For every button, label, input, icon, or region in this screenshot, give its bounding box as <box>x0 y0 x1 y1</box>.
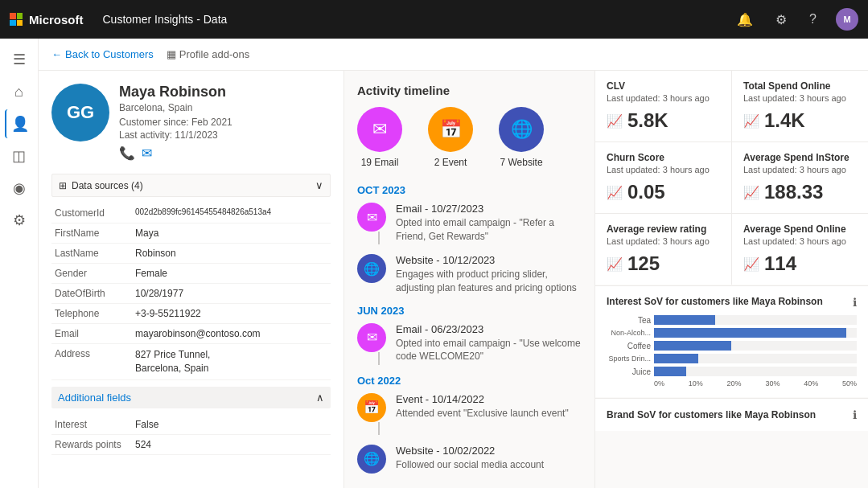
bar-label: Non-Alcoh... <box>607 329 651 337</box>
profile-addons-label: Profile add-ons <box>179 48 249 60</box>
field-value-link[interactable]: +3-9-55211922 <box>132 304 331 324</box>
email-action-icon[interactable]: ✉ <box>142 146 152 161</box>
field-value: 10/28/1977 <box>132 284 331 304</box>
brand-header: Brand SoV for customers like Maya Robins… <box>607 408 857 421</box>
bar-track <box>654 367 857 376</box>
metric-avg-spend-instore: Average Spend InStore Last updated: 3 ho… <box>732 142 868 213</box>
event-circle-icon: 📅 <box>428 107 473 152</box>
axis-label: 50% <box>842 379 857 388</box>
profile-last-activity: Last activity: 11/1/2023 <box>119 129 232 141</box>
metric-updated: Last updated: 3 hours ago <box>607 165 720 174</box>
timeline-item-title: Website - 10/02/2022 <box>396 445 582 457</box>
timeline-email-dot: ✉ <box>357 323 386 352</box>
table-row: Gender Female <box>51 264 331 284</box>
additional-fields-label: Additional fields <box>58 392 131 404</box>
field-key: Email <box>51 324 132 344</box>
nav-settings[interactable]: ⚙ <box>5 206 34 235</box>
interest-sov-section: Interest SoV for customers like Maya Rob… <box>595 285 868 397</box>
data-sources-header[interactable]: ⊞ Data sources (4) ∨ <box>51 174 331 197</box>
bar-row: Juice <box>607 367 857 376</box>
profile-addons-link[interactable]: ▦ Profile add-ons <box>167 48 249 60</box>
insights-header: Interest SoV for customers like Maya Rob… <box>607 296 857 309</box>
bar-track <box>654 341 857 351</box>
profile-info: Maya Robinson Barcelona, Spain Customer … <box>119 84 232 161</box>
email-circle-icon: ✉ <box>357 107 402 152</box>
metric-title: Average Spend InStore <box>743 152 857 163</box>
bar-row: Coffee <box>607 341 857 351</box>
bar-row: Tea <box>607 315 857 325</box>
breadcrumb: ← Back to Customers ▦ Profile add-ons <box>39 39 868 71</box>
table-row: Telephone +3-9-55211922 <box>51 304 331 324</box>
email-count-label: 19 Email <box>361 157 399 168</box>
metric-updated: Last updated: 3 hours ago <box>607 236 720 246</box>
field-value-link[interactable]: 827 Price Tunnel,Barcelona, Spain <box>132 344 331 380</box>
timeline-website-dot: 🌐 <box>357 254 386 283</box>
bar-label: Juice <box>607 367 651 376</box>
user-avatar[interactable]: M <box>836 8 858 31</box>
back-to-customers[interactable]: ← Back to Customers <box>51 48 154 60</box>
field-key: DateOfBirth <box>51 284 132 304</box>
additional-fields-header[interactable]: Additional fields ∧ <box>51 387 331 408</box>
trend-up-icon: 📈 <box>607 113 623 129</box>
timeline-content: Event - 10/14/2022 Attended event "Exclu… <box>396 393 582 420</box>
data-sources-chevron: ∨ <box>315 179 323 191</box>
help-icon[interactable]: ? <box>809 12 817 27</box>
nav-menu[interactable]: ☰ <box>5 45 34 74</box>
metric-title: Average Spend Online <box>743 223 857 235</box>
metric-number: 188.33 <box>764 181 823 203</box>
activity-website-summary: 🌐 7 Website <box>499 107 544 168</box>
timeline-section-oct2023: OCT 2023 ✉ Email - 10/27/2023 Opted into… <box>357 184 582 295</box>
brand-info-icon[interactable]: ℹ <box>853 408 857 421</box>
trend-up-icon: 📈 <box>607 185 623 200</box>
metric-clv: CLV Last updated: 3 hours ago 📈 5.8K <box>595 71 731 141</box>
table-row: Address 827 Price Tunnel,Barcelona, Spai… <box>51 344 331 380</box>
settings-icon[interactable]: ⚙ <box>775 12 787 27</box>
axis-label: 10% <box>689 379 703 388</box>
profile-addons-icon: ▦ <box>167 48 176 60</box>
nav-measures[interactable]: ◉ <box>5 174 34 203</box>
bar-fill <box>654 354 698 363</box>
trend-up-icon: 📈 <box>607 256 623 272</box>
left-nav: ☰ ⌂ 👤 ◫ ◉ ⚙ <box>0 39 39 488</box>
additional-field-table: Interest False Rewards points 524 <box>51 415 331 455</box>
bar-fill <box>654 328 846 338</box>
activity-email-summary: ✉ 19 Email <box>357 107 402 168</box>
field-key: Gender <box>51 264 132 284</box>
additional-fields-chevron: ∧ <box>316 392 324 404</box>
avatar: GG <box>51 84 109 141</box>
bar-label: Tea <box>607 316 651 325</box>
nav-segments[interactable]: ◫ <box>5 141 34 170</box>
field-value: 002d2b899fc96145455484826a513a4 <box>132 203 331 223</box>
interest-chart-title: Interest SoV for customers like Maya Rob… <box>607 296 823 307</box>
axis-label: 40% <box>804 379 818 388</box>
back-label: Back to Customers <box>65 48 154 60</box>
profile-since: Customer since: Feb 2021 <box>119 117 232 128</box>
metric-avg-spend-online: Average Spend Online Last updated: 3 hou… <box>732 214 868 285</box>
timeline-item-desc: Attended event "Exclusive launch event" <box>396 407 582 420</box>
axis-label: 20% <box>727 379 742 388</box>
nav-home[interactable]: ⌂ <box>5 77 34 106</box>
metrics-grid: CLV Last updated: 3 hours ago 📈 5.8K Tot… <box>595 71 868 285</box>
back-arrow-icon: ← <box>51 48 62 60</box>
metric-title: Churn Score <box>607 152 720 163</box>
nav-customers[interactable]: 👤 <box>5 109 34 138</box>
metric-value: 📈 1.4K <box>743 109 857 132</box>
metric-number: 0.05 <box>627 181 665 203</box>
data-sources-text: Data sources (4) <box>72 180 143 191</box>
field-value: 524 <box>132 434 331 454</box>
bar-chart: Tea Non-Alcoh... Coffee <box>607 315 857 388</box>
metric-total-spend-online: Total Spend Online Last updated: 3 hours… <box>732 71 868 141</box>
info-icon[interactable]: ℹ <box>853 296 857 309</box>
timeline-content: Email - 10/27/2023 Opted into email camp… <box>396 203 582 244</box>
profile-header: GG Maya Robinson Barcelona, Spain Custom… <box>51 84 331 161</box>
notification-icon[interactable]: 🔔 <box>737 12 753 27</box>
table-row: CustomerId 002d2b899fc96145455484826a513… <box>51 203 331 223</box>
axis-label: 0% <box>654 379 664 388</box>
bar-label: Sports Drin... <box>607 355 651 363</box>
activity-title: Activity timeline <box>357 84 582 97</box>
trend-up-icon: 📈 <box>743 185 759 200</box>
bar-track <box>654 315 857 325</box>
phone-icon[interactable]: 📞 <box>119 146 135 161</box>
field-value: Robinson <box>132 244 331 264</box>
metric-updated: Last updated: 3 hours ago <box>743 93 857 103</box>
